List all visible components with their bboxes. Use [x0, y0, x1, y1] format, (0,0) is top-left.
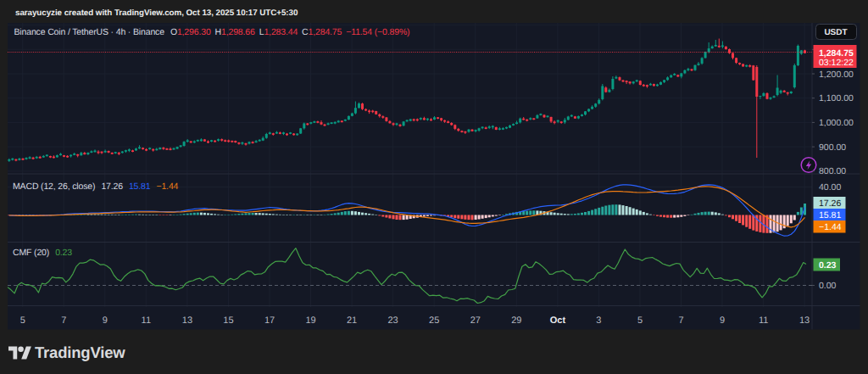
- svg-text:25: 25: [429, 315, 439, 326]
- svg-text:17: 17: [264, 315, 275, 326]
- svg-text:13: 13: [182, 315, 192, 326]
- svg-text:0.23: 0.23: [819, 260, 837, 271]
- svg-text:17.26: 17.26: [819, 198, 841, 209]
- svg-text:21: 21: [347, 315, 357, 326]
- svg-text:23: 23: [387, 315, 398, 326]
- svg-text:11: 11: [142, 315, 151, 326]
- svg-text:40.00: 40.00: [819, 182, 841, 193]
- svg-text:USDT: USDT: [824, 28, 847, 37]
- svg-text:1,200.00: 1,200.00: [819, 70, 854, 80]
- svg-text:19: 19: [305, 315, 315, 326]
- svg-text:1,000.00: 1,000.00: [819, 118, 854, 128]
- svg-text:5: 5: [20, 315, 25, 326]
- svg-text:9: 9: [720, 315, 725, 326]
- svg-text:15: 15: [223, 315, 233, 326]
- svg-text:900.00: 900.00: [819, 142, 846, 153]
- svg-text:15.81: 15.81: [819, 210, 841, 220]
- svg-text:7: 7: [678, 315, 683, 326]
- svg-text:9: 9: [103, 315, 108, 326]
- svg-text:3: 3: [596, 315, 601, 326]
- svg-text:−1.44: −1.44: [819, 222, 842, 232]
- svg-text:13: 13: [799, 315, 810, 326]
- svg-text:800.00: 800.00: [819, 166, 846, 176]
- svg-text:7: 7: [61, 315, 66, 326]
- svg-text:0.00: 0.00: [819, 281, 837, 291]
- svg-text:03:12:22: 03:12:22: [819, 58, 854, 68]
- svg-text:sarayucyzie created with Tradi: sarayucyzie created with TradingView.com…: [15, 8, 298, 18]
- svg-text:CMF (20)0.23: CMF (20)0.23: [13, 248, 72, 258]
- svg-text:Oct: Oct: [550, 315, 566, 326]
- svg-text:5: 5: [637, 315, 643, 326]
- svg-text:TradingView: TradingView: [35, 343, 125, 361]
- svg-text:27: 27: [470, 315, 481, 326]
- svg-text:1,284.75: 1,284.75: [819, 48, 854, 59]
- svg-text:29: 29: [511, 315, 521, 326]
- svg-text:11: 11: [759, 315, 768, 326]
- svg-text:1,100.00: 1,100.00: [819, 93, 854, 103]
